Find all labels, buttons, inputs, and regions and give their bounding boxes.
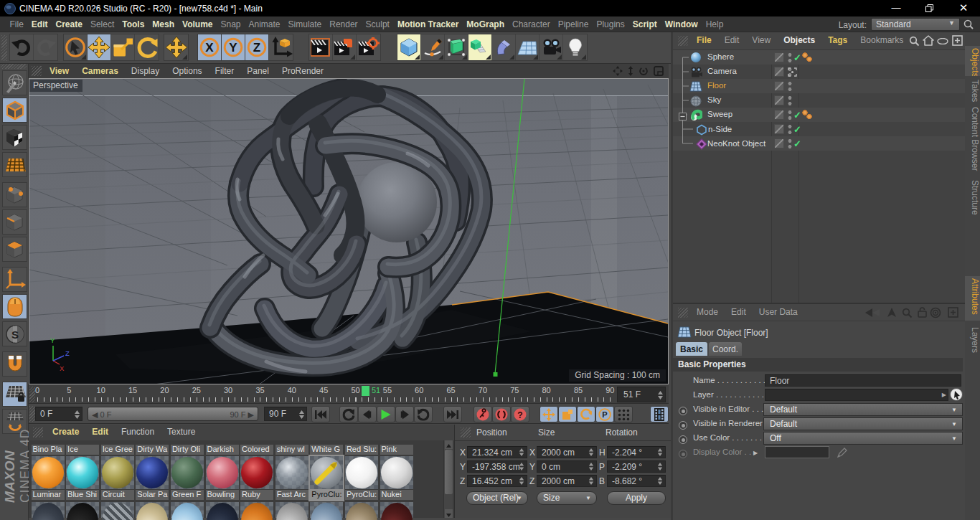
svg-text:S: S xyxy=(11,328,18,341)
svg-text:X: X xyxy=(205,41,214,55)
svg-text:P: P xyxy=(602,410,607,419)
svg-text:Y: Y xyxy=(50,336,55,344)
svg-text:X: X xyxy=(60,364,65,372)
svg-text:?: ? xyxy=(517,410,522,420)
svg-text:Z: Z xyxy=(65,349,70,357)
svg-text:Y: Y xyxy=(229,41,237,55)
svg-text:Z: Z xyxy=(253,41,260,55)
